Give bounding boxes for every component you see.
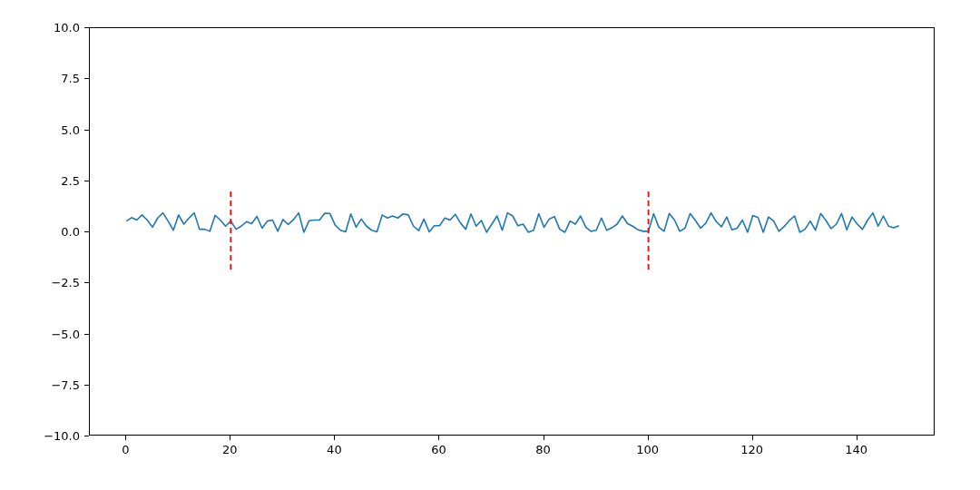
plot-svg (90, 28, 936, 436)
y-tick (84, 385, 89, 386)
x-tick (334, 436, 335, 440)
y-tick-label: −10.0 (44, 429, 80, 443)
x-tick (125, 436, 126, 440)
y-tick-label: −7.5 (51, 377, 80, 391)
y-tick (84, 27, 89, 28)
x-tick-label: 20 (222, 443, 238, 456)
x-tick (230, 436, 230, 440)
x-tick-label: 60 (431, 443, 446, 456)
y-tick (84, 334, 89, 335)
y-tick (84, 231, 89, 232)
y-tick (84, 436, 89, 436)
x-tick-label: 40 (327, 443, 342, 456)
x-tick (648, 436, 649, 440)
y-tick-label: −2.5 (51, 276, 80, 289)
y-tick (84, 181, 89, 181)
x-tick-label: 120 (740, 443, 763, 456)
plot-area (89, 27, 935, 436)
x-tick (857, 436, 858, 440)
y-tick-label: 2.5 (61, 173, 80, 187)
x-tick (752, 436, 753, 440)
y-tick-label: −5.0 (51, 327, 80, 340)
x-tick (544, 436, 544, 440)
series-line (126, 213, 898, 232)
figure: 020406080100120140 −10.0−7.5−5.0−2.50.02… (0, 0, 980, 490)
x-tick-label: 0 (122, 443, 129, 456)
y-tick-label: 10.0 (54, 21, 80, 34)
x-tick-label: 100 (636, 443, 659, 456)
y-tick (84, 130, 89, 131)
y-tick-label: 0.0 (61, 225, 80, 239)
x-tick-label: 80 (535, 443, 551, 456)
x-tick-label: 140 (845, 443, 867, 456)
y-tick (84, 78, 89, 79)
y-tick-label: 7.5 (61, 72, 80, 85)
x-tick (438, 436, 439, 440)
y-tick-label: 5.0 (61, 122, 80, 136)
y-tick (84, 282, 89, 283)
